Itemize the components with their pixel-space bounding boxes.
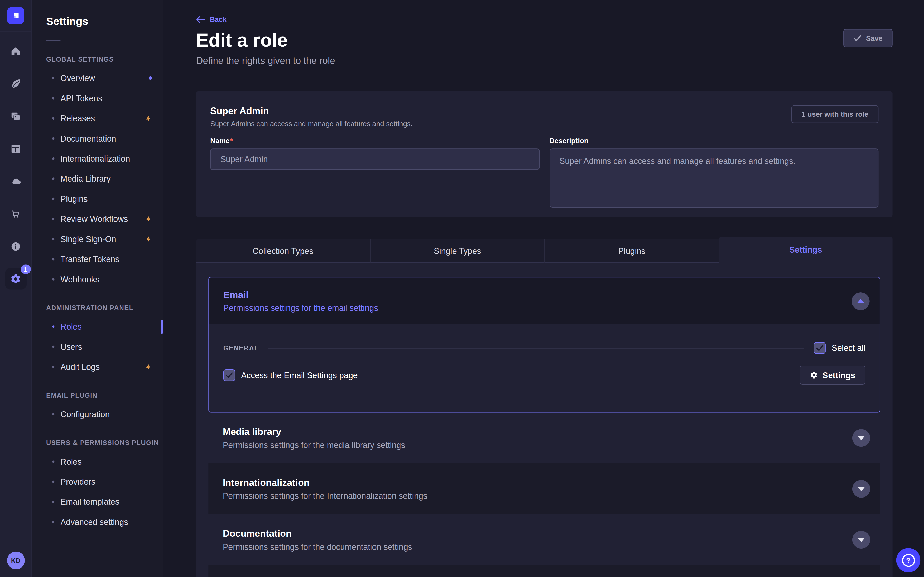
tab-single-types[interactable]: Single Types (370, 239, 544, 263)
sidebar-item-api-tokens[interactable]: API Tokens (32, 88, 163, 108)
cloud-icon[interactable] (5, 171, 26, 192)
description-textarea[interactable]: Super Admins can access and manage all f… (549, 148, 878, 208)
save-button[interactable]: Save (843, 29, 893, 47)
rail-icon-list: 1 (5, 40, 26, 290)
accordion-title: Documentation (223, 528, 880, 540)
sidebar-item-overview[interactable]: Overview (32, 68, 163, 88)
role-details-card: Super Admin Super Admins can access and … (196, 91, 893, 217)
home-icon[interactable] (5, 40, 26, 61)
page-subtitle: Define the rights given to the role (196, 56, 893, 66)
section-label-administration-panel: ADMINISTRATION PANEL (46, 304, 163, 312)
bullet-icon (52, 278, 55, 280)
gear-icon (809, 371, 818, 379)
settings-gear-icon[interactable]: 1 (5, 268, 26, 289)
page-title: Edit a role (196, 29, 288, 52)
back-link[interactable]: Back (196, 15, 227, 24)
accordion-title: Email (223, 289, 880, 301)
user-avatar[interactable]: KD (7, 551, 25, 569)
sidebar-item-review-workflows[interactable]: Review Workflows (32, 209, 163, 229)
lightning-icon (144, 114, 152, 122)
sidebar-item-documentation[interactable]: Documentation (32, 129, 163, 148)
section-label-global-settings: GLOBAL SETTINGS (46, 55, 163, 63)
bullet-icon (52, 77, 55, 79)
expand-button[interactable] (852, 429, 870, 447)
expand-button[interactable] (852, 480, 870, 498)
media-library-icon[interactable] (5, 105, 26, 127)
accordion-subtitle: Permissions settings for the media libra… (223, 440, 880, 450)
subnav-divider (46, 40, 60, 41)
sidebar-item-webhooks[interactable]: Webhooks (32, 269, 163, 289)
select-all-checkbox[interactable] (814, 342, 826, 354)
sidebar-item-audit-logs[interactable]: Audit Logs (32, 357, 163, 377)
sidebar-item-media-library[interactable]: Media Library (32, 169, 163, 189)
sidebar-item-releases[interactable]: Releases (32, 108, 163, 128)
bullet-icon (52, 97, 55, 99)
accordion-internationalization[interactable]: Internationalization Permissions setting… (208, 463, 880, 514)
lightning-icon (144, 235, 152, 243)
name-input[interactable] (210, 148, 539, 170)
app-window: 1 KD Settings GLOBAL SETTINGS Overview A… (0, 0, 924, 577)
sidebar-item-roles-up[interactable]: Roles (32, 451, 163, 472)
accordion-documentation[interactable]: Documentation Permissions settings for t… (208, 514, 880, 565)
workspace-switcher[interactable] (0, 0, 31, 32)
main-nav-rail: 1 KD (0, 0, 32, 577)
help-button[interactable]: ? (896, 548, 921, 572)
expand-button[interactable] (852, 531, 870, 548)
notification-dot-icon (149, 76, 152, 80)
sidebar-item-providers[interactable]: Providers (32, 472, 163, 492)
role-name-heading: Super Admin (210, 105, 878, 117)
information-icon[interactable] (5, 235, 26, 257)
content-type-builder-icon[interactable] (5, 138, 26, 159)
tab-collection-types[interactable]: Collection Types (196, 239, 370, 263)
arrow-left-icon (196, 16, 205, 23)
accordion-media-library[interactable]: Media library Permissions settings for t… (208, 413, 880, 463)
bullet-icon (52, 177, 55, 180)
collapse-button[interactable] (851, 292, 869, 310)
marketplace-cart-icon[interactable] (5, 203, 26, 224)
chevron-down-icon (858, 487, 865, 491)
tab-settings[interactable]: Settings (719, 237, 892, 263)
tab-plugins[interactable]: Plugins (544, 239, 719, 263)
section-divider (268, 348, 804, 348)
select-all-label[interactable]: Select all (832, 343, 865, 353)
accordion-email-body: GENERAL Select all Access the Email Sett… (209, 324, 880, 412)
accordion-email-header[interactable]: Email Permissions settings for the email… (209, 277, 880, 324)
bullet-icon (52, 258, 55, 260)
required-mark: * (230, 137, 233, 145)
sidebar-item-email-templates[interactable]: Email templates (32, 492, 163, 512)
lightning-icon (144, 215, 152, 223)
active-item-indicator (161, 319, 163, 334)
main-content: Back Edit a role Save Define the rights … (163, 0, 924, 577)
permission-checkbox[interactable] (223, 369, 235, 381)
bullet-icon (52, 137, 55, 140)
bullet-icon (52, 366, 55, 368)
chevron-down-icon (858, 436, 865, 440)
settings-tab-panel: Email Permissions settings for the email… (196, 263, 893, 577)
role-description-text: Super Admins can access and manage all f… (210, 119, 878, 129)
chevron-up-icon (857, 299, 864, 303)
accordion-subtitle: Permissions settings for the documentati… (223, 542, 880, 551)
sidebar-item-transfer-tokens[interactable]: Transfer Tokens (32, 249, 163, 269)
sidebar-item-plugins[interactable]: Plugins (32, 189, 163, 209)
sidebar-item-roles-admin[interactable]: Roles (32, 317, 163, 337)
bullet-icon (52, 501, 55, 503)
strapi-logo-icon (7, 7, 24, 24)
settings-subnav: Settings GLOBAL SETTINGS Overview API To… (32, 0, 163, 577)
sidebar-item-configuration[interactable]: Configuration (32, 404, 163, 424)
bullet-icon (52, 460, 55, 463)
sidebar-item-advanced-settings[interactable]: Advanced settings (32, 512, 163, 532)
check-icon (816, 345, 823, 351)
accordion-email: Email Permissions settings for the email… (208, 277, 880, 413)
email-settings-button[interactable]: Settings (800, 366, 866, 385)
bullet-icon (52, 346, 55, 348)
section-label-email-plugin: EMAIL PLUGIN (46, 391, 163, 399)
sidebar-item-internationalization[interactable]: Internationalization (32, 148, 163, 169)
permission-label[interactable]: Access the Email Settings page (241, 371, 357, 380)
chevron-down-icon (858, 538, 865, 542)
users-with-role-button[interactable]: 1 user with this role (792, 105, 879, 123)
content-manager-feather-icon[interactable] (5, 73, 26, 94)
accordion-plugins-and-marketplace[interactable]: Plugins and marketplace (208, 565, 880, 577)
sidebar-item-users[interactable]: Users (32, 337, 163, 357)
name-label: Name* (210, 136, 539, 146)
sidebar-item-single-sign-on[interactable]: Single Sign-On (32, 229, 163, 249)
